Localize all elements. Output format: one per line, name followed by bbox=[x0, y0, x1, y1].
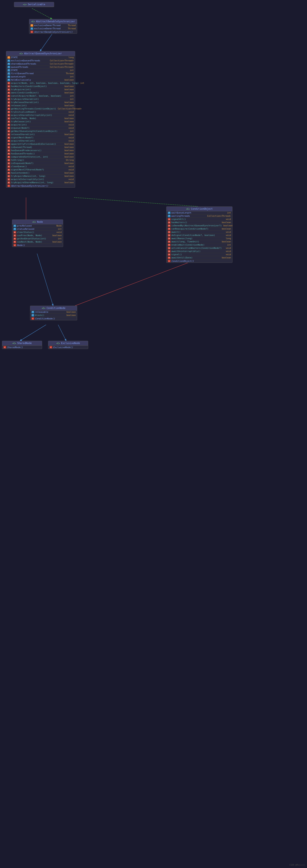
member-type: void bbox=[226, 253, 231, 256]
svg-line-3 bbox=[74, 197, 198, 207]
member-row: f firstQueuedThread Thread bbox=[6, 72, 75, 75]
member-type: int bbox=[70, 95, 74, 97]
field-icon: f bbox=[7, 63, 10, 65]
watermark: CSDN @Mojiccc bbox=[289, 864, 305, 866]
member-name: acquireSharedInterruptibly(int) bbox=[11, 114, 67, 117]
member-row: f STATE long bbox=[6, 56, 75, 59]
member-type: void bbox=[68, 127, 74, 129]
method-icon: m bbox=[168, 231, 171, 233]
condition-object-header: «C» ConditionObject bbox=[166, 207, 232, 211]
member-type: void bbox=[68, 140, 74, 142]
member-type: Collection<Thread> bbox=[50, 59, 74, 62]
member-type: void bbox=[68, 168, 74, 171]
member-type: void bbox=[226, 218, 231, 220]
method-icon: m bbox=[7, 95, 10, 97]
member-name: hasWaiters(ConditionObject) bbox=[11, 85, 63, 88]
field-icon: f bbox=[7, 72, 10, 75]
member-type: boolean bbox=[222, 221, 231, 224]
member-name: getAndUnsetStatus(int) bbox=[17, 237, 56, 240]
member-type: void bbox=[226, 247, 231, 249]
member-row: m doSignal(ConditionNode?, boolean) void bbox=[166, 234, 232, 237]
member-name: awaitUninterruptibly() bbox=[171, 250, 224, 253]
method-icon: m bbox=[7, 153, 10, 155]
constructor-icon: c bbox=[50, 346, 52, 348]
member-name: enqueue(Node?) bbox=[11, 127, 67, 129]
member-name: unlinkCancelledWaiters(ConditionNode?) bbox=[171, 247, 224, 249]
field-icon: f bbox=[7, 56, 10, 59]
condition-node-header: «C» ConditionNode bbox=[30, 306, 77, 311]
member-row: m getWaitQueueLength(ConditionObject) in… bbox=[6, 130, 75, 133]
constructor-icon: c bbox=[13, 244, 16, 246]
method-icon: m bbox=[7, 82, 10, 84]
member-name: doSignal(ConditionNode?, boolean) bbox=[171, 234, 224, 237]
member-row: m acquireShared(int) void bbox=[6, 139, 75, 143]
member-name: release(int) bbox=[11, 104, 63, 107]
aqs-box: «C» AbstractQueuedSynchronizer f STATE l… bbox=[6, 51, 75, 188]
constructor-name: ConditionNode() bbox=[35, 317, 76, 320]
member-row: m getWaitingThreads(ConditionObject) Col… bbox=[6, 107, 75, 111]
method-icon: m bbox=[168, 247, 171, 249]
member-name: await(long, TimeUnit) bbox=[171, 240, 220, 243]
member-type: void bbox=[68, 178, 74, 181]
member-row: m acquire(int) void bbox=[6, 123, 75, 126]
member-type: boolean bbox=[64, 175, 74, 178]
member-row: m signalNext(Node?) void bbox=[6, 136, 75, 139]
exclusive-node-header: «C» ExclusiveNode bbox=[48, 341, 88, 346]
member-name: waitingThreads bbox=[171, 215, 206, 217]
method-icon: m bbox=[7, 146, 10, 149]
member-type: Collection<Thread> bbox=[58, 107, 82, 110]
method-icon: m bbox=[7, 92, 10, 94]
field-icon: f bbox=[7, 69, 10, 71]
member-row: m hasContended() boolean bbox=[6, 172, 75, 175]
method-icon: m bbox=[7, 121, 10, 123]
method-icon: m bbox=[7, 127, 10, 129]
member-name: await() bbox=[171, 231, 224, 233]
field-icon: f bbox=[168, 215, 171, 217]
diagram-container: «i» Serializable «C» AbstractOwnableSync… bbox=[0, 0, 307, 868]
member-type: boolean bbox=[223, 224, 233, 227]
member-name: queuedThreads bbox=[11, 66, 48, 68]
member-type: void bbox=[57, 231, 62, 234]
member-type: int bbox=[70, 98, 74, 100]
method-icon: m bbox=[7, 162, 10, 164]
field-icon: f bbox=[7, 79, 10, 81]
method-icon: m bbox=[7, 143, 10, 145]
member-type: Collection<Thread> bbox=[50, 63, 74, 65]
constructor-name: SharedNode() bbox=[7, 346, 41, 349]
method-icon: m bbox=[7, 175, 10, 178]
field-icon: f bbox=[13, 225, 16, 227]
method-icon: m bbox=[7, 85, 10, 88]
member-row: m tryAcquire(int) boolean bbox=[6, 88, 75, 91]
method-icon: m bbox=[168, 234, 171, 237]
aqs-title: AbstractQueuedSynchronizer bbox=[24, 52, 62, 55]
member-name: awaitUntil(Date) bbox=[171, 256, 220, 259]
method-icon: f bbox=[31, 314, 34, 316]
member-name: STATE bbox=[11, 56, 67, 59]
constructor-row: c Node() bbox=[12, 244, 63, 247]
member-type: boolean bbox=[64, 156, 74, 158]
method-icon: m bbox=[168, 256, 171, 259]
member-type: boolean bbox=[64, 104, 74, 107]
condition-node-stereotype: «C» bbox=[42, 307, 45, 309]
method-icon: m bbox=[7, 136, 10, 139]
member-type: void bbox=[226, 234, 231, 237]
member-name: exclusiveQueuedThreads bbox=[11, 59, 48, 62]
member-name: exclusiveOwnerThread bbox=[34, 24, 66, 27]
member-name: tryRelease(int) bbox=[11, 120, 63, 123]
member-name: apparentlyFirstQueuedIsExclusive() bbox=[11, 143, 63, 145]
condition-node-box: «C» ConditionNode f releasable boolean f… bbox=[30, 306, 77, 320]
method-icon: m bbox=[7, 178, 10, 181]
member-row: f prevRelaxed Node bbox=[12, 224, 63, 227]
member-name: owns(ConditionObject) bbox=[11, 91, 63, 94]
member-row: m enqueue(Node?) void bbox=[6, 126, 75, 130]
member-type: boolean bbox=[64, 117, 74, 120]
member-name: tryAcquireNanos(int, long) bbox=[11, 175, 63, 178]
member-row: m cleanQueue() void bbox=[6, 165, 75, 168]
method-icon: m bbox=[7, 124, 10, 126]
method-icon: m bbox=[13, 231, 16, 234]
method-icon: m bbox=[7, 107, 10, 110]
member-row: m awaitUninterruptibly() void bbox=[166, 250, 232, 253]
member-type: boolean bbox=[64, 101, 74, 104]
svg-line-0 bbox=[32, 8, 52, 19]
member-name: firstQueuedThread bbox=[11, 72, 64, 75]
